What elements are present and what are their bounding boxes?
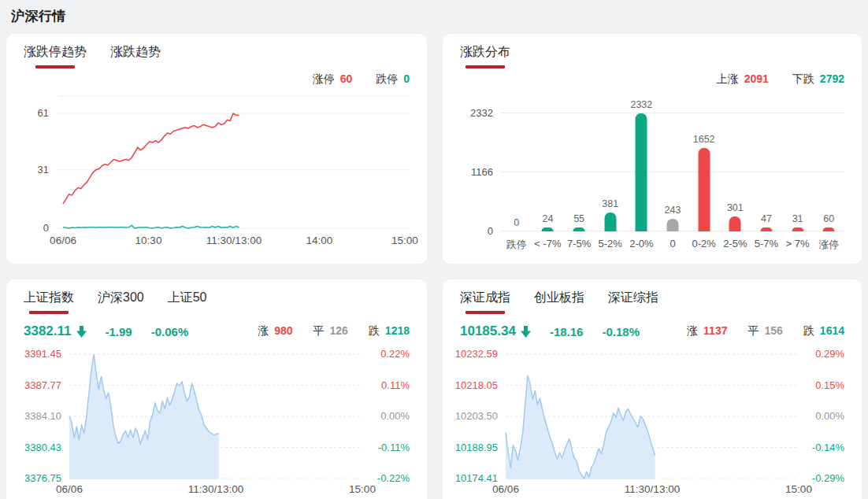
szse-index-change-percent: -0.18% (602, 325, 640, 338)
distribution-chart[interactable]: 233211660 0245538123322431652301473160 跌… (460, 98, 844, 252)
active-tab-underline (35, 65, 75, 68)
bar-value-label: 0 (501, 217, 532, 228)
active-tab-underline (29, 311, 69, 314)
stat-value: 1614 (820, 324, 844, 337)
szse-plot-area[interactable] (506, 353, 799, 479)
stat-value: 0 (403, 72, 410, 85)
stat-涨: 涨980 (258, 324, 292, 338)
distribution-stats: 上涨2091下跌2792 (460, 71, 844, 88)
panel-limit-trend: 涨跌停趋势涨跌趋势 涨停60跌停0 61310 06/0610:3011:30/… (6, 34, 427, 264)
trend-x-axis-labels: 06/0610:3011:30/13:0014:0015:00 (58, 235, 410, 250)
stat-跌: 跌1614 (803, 324, 844, 338)
percent-tick-label: -0.14% (812, 442, 844, 453)
stat-下跌: 下跌2792 (792, 72, 844, 87)
x-category-label: 2-0% (626, 238, 658, 252)
sse-percent-axis-labels: 0.22%0.11%0.00%-0.11%-0.22% (364, 353, 410, 479)
sse-index-value: 3382.11 (24, 323, 72, 339)
tab-label: 深证成指 (460, 290, 510, 304)
bar-value-label: 381 (595, 198, 626, 209)
sse-plot-area[interactable] (69, 353, 362, 479)
sse-price-axis-labels: 3391.453387.773384.103380.433376.75 (24, 353, 68, 479)
tab-创业板指[interactable]: 创业板指 (534, 290, 584, 314)
panel-distribution: 涨跌分布 上涨2091下跌2792 233211660 024553812332… (443, 34, 862, 264)
szse-index-value: 10185.34 (460, 323, 516, 339)
x-category-label: 2-5% (719, 238, 751, 252)
x-category-label: 0 (657, 238, 688, 252)
tab-label: 沪深300 (98, 290, 144, 304)
stat-value: 2792 (820, 72, 844, 85)
stat-涨停: 涨停60 (313, 72, 353, 87)
tab-上证50[interactable]: 上证50 (168, 290, 207, 314)
tab-深证综指[interactable]: 深证综指 (608, 290, 658, 314)
percent-tick-label: 0.00% (380, 410, 410, 422)
stat-平: 平156 (747, 324, 782, 338)
sse-intraday-chart[interactable]: 3391.453387.773384.103380.433376.75 0.22… (24, 353, 410, 499)
x-tick-label: 11:30/13:00 (206, 235, 262, 246)
bar (792, 227, 803, 231)
stat-value: 60 (340, 72, 353, 85)
limit-trend-tabs: 涨跌停趋势涨跌趋势 (24, 44, 410, 68)
tab-涨跌分布[interactable]: 涨跌分布 (460, 44, 510, 68)
x-tick-label: 15:00 (349, 483, 376, 495)
x-tick-label: 11:30/13:00 (625, 483, 680, 495)
stat-label: 上涨 (717, 72, 739, 85)
x-category-label: > 7% (782, 238, 814, 252)
x-tick-label: 15:00 (785, 483, 812, 495)
down-arrow-icon (521, 326, 531, 338)
sse-tabs: 上证指数沪深300上证50 (24, 290, 410, 314)
price-tick-label: 10188.95 (455, 442, 498, 453)
sse-area-chart[interactable] (69, 353, 362, 479)
percent-tick-label: -0.22% (377, 472, 410, 484)
tab-深证成指[interactable]: 深证成指 (460, 290, 510, 314)
tab-label: 上证指数 (24, 290, 74, 304)
page-title: 沪深行情 (0, 0, 868, 25)
distribution-bars[interactable]: 0245538123322431652301473160 (501, 98, 844, 231)
percent-tick-label: 0.15% (815, 379, 844, 391)
szse-breadth-stats: 涨1137平156跌1614 (687, 324, 844, 338)
sse-index-change: -1.99 (106, 325, 132, 338)
price-tick-label: 3376.75 (24, 472, 61, 484)
bar-column-2-5%: 301 (719, 98, 751, 231)
szse-quote-row: 10185.34 -18.16 -0.18% 涨1137平156跌1614 (460, 321, 844, 342)
tab-涨跌停趋势[interactable]: 涨跌停趋势 (24, 44, 87, 68)
x-tick-label: 14:00 (306, 235, 333, 246)
x-tick-label: 15:00 (391, 235, 418, 246)
x-tick-label: 10:30 (135, 235, 162, 246)
price-tick-label: 10232.59 (455, 348, 498, 360)
stat-value: 1218 (385, 324, 410, 337)
tab-label: 创业板指 (534, 290, 584, 304)
active-tab-underline (466, 311, 505, 314)
bar-column-跌停: 0 (501, 98, 532, 231)
limit-trend-stats: 涨停60跌停0 (24, 71, 410, 88)
stat-value: 980 (274, 324, 292, 337)
stat-跌: 跌1218 (369, 324, 410, 338)
panel-szse-index: 深证成指创业板指深证综指 10185.34 -18.16 -0.18% 涨113… (443, 279, 862, 499)
stat-label: 平 (747, 324, 759, 337)
sse-x-axis-labels: 06/0611:30/13:0015:00 (69, 483, 362, 497)
tab-上证指数[interactable]: 上证指数 (24, 290, 74, 314)
szse-intraday-chart[interactable]: 10232.5910218.0510203.5010188.9510174.41… (460, 353, 844, 499)
price-tick-label: 3387.77 (24, 379, 61, 391)
tab-沪深300[interactable]: 沪深300 (98, 290, 144, 314)
trend-plot-area[interactable] (58, 94, 410, 230)
trend-line-chart[interactable] (58, 94, 410, 230)
bar (760, 227, 772, 231)
bar-column-涨停: 60 (813, 98, 844, 231)
x-category-label: 5-2% (595, 238, 626, 252)
stat-value: 2091 (744, 72, 769, 85)
tab-涨跌趋势[interactable]: 涨跌趋势 (110, 44, 161, 68)
x-category-label: < -7% (532, 238, 564, 252)
panel-sse-index: 上证指数沪深300上证50 3382.11 -1.99 -0.06% 涨980平… (6, 279, 427, 499)
bar-column-> 7%: 31 (782, 98, 814, 231)
x-tick-label: 06/06 (492, 483, 519, 495)
stat-label: 跌 (369, 324, 380, 337)
stat-上涨: 上涨2091 (717, 72, 769, 87)
price-tick-label: 3380.43 (24, 442, 61, 453)
stat-涨: 涨1137 (687, 324, 727, 338)
szse-area-chart[interactable] (506, 353, 799, 479)
bar-value-label: 1652 (688, 134, 720, 145)
distribution-plot-area[interactable]: 0245538123322431652301473160 跌停< -7%7-5%… (501, 98, 844, 252)
szse-price-axis-labels: 10232.5910218.0510203.5010188.9510174.41 (460, 353, 504, 479)
limit-trend-chart[interactable]: 61310 06/0610:3011:30/13:0014:0015:00 (24, 94, 410, 252)
x-tick-label: 06/06 (56, 483, 83, 495)
